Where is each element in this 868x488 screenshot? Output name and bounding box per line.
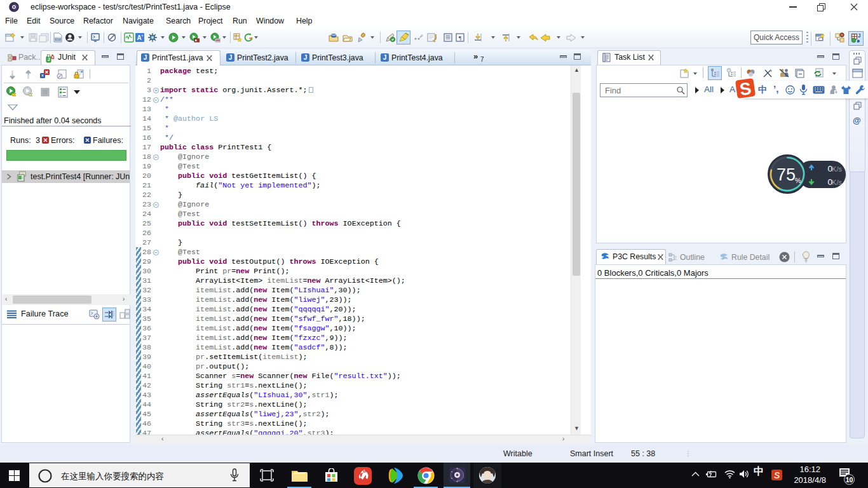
svg-text:K/s: K/s xyxy=(832,165,842,173)
svg-text:J: J xyxy=(48,57,50,62)
svg-text:010: 010 xyxy=(55,37,60,41)
svg-text:%: % xyxy=(795,177,801,184)
svg-text:75: 75 xyxy=(776,165,796,184)
svg-text:A: A xyxy=(137,34,141,41)
svg-text:J: J xyxy=(857,33,860,39)
svg-text:K/s: K/s xyxy=(832,179,842,186)
svg-text:¶: ¶ xyxy=(459,35,461,41)
